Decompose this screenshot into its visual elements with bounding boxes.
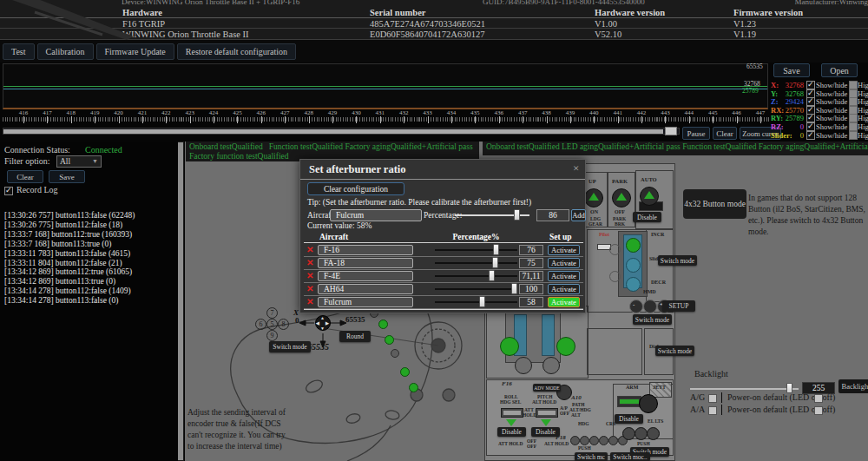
row-slider-handle[interactable]	[489, 270, 495, 281]
activate-button[interactable]: Activate	[548, 271, 580, 281]
pause-button[interactable]: Pause	[682, 127, 710, 140]
open-curve-button[interactable]: Open	[821, 63, 858, 77]
disable-button[interactable]: Disable	[633, 212, 661, 222]
row-slider-handle[interactable]	[511, 283, 517, 294]
close-icon[interactable]: ×	[573, 161, 579, 175]
clear-chart-button[interactable]: Clear	[713, 127, 737, 140]
switch-mode-button[interactable]: Switch mode	[655, 346, 694, 356]
x-tick-label: 421	[138, 109, 148, 116]
clear-configuration-button[interactable]: Clear configuration	[307, 182, 404, 195]
percentage-value-field[interactable]: 76	[519, 245, 543, 255]
backlight-slider-track[interactable]	[690, 388, 799, 390]
tab-calibration[interactable]: Calibration	[37, 43, 94, 60]
disable-button[interactable]: Disable	[497, 427, 526, 437]
highlight-checkbox[interactable]	[849, 81, 858, 89]
row-slider-handle[interactable]	[493, 244, 499, 255]
disable-button[interactable]: Disable	[531, 427, 560, 437]
aircraft-name-field[interactable]: FA-18	[318, 258, 413, 268]
chart-scrollbar-thumb[interactable]	[3, 129, 663, 134]
diagram-label: ALT	[571, 413, 581, 418]
delete-row-icon[interactable]: ✕	[306, 285, 313, 293]
show-hide-checkbox[interactable]	[806, 131, 815, 140]
chart-scrollbar-handle[interactable]	[665, 127, 677, 135]
switch-mode-button[interactable]: Switch mode	[269, 341, 311, 352]
delete-row-icon[interactable]: ✕	[306, 298, 313, 306]
slider-channel	[542, 314, 555, 356]
x-tick	[285, 116, 286, 123]
activate-button[interactable]: Activate	[548, 284, 580, 294]
percentage-input[interactable]: 86	[536, 209, 569, 221]
aa-checkbox[interactable]	[708, 406, 717, 415]
switch-mode-button[interactable]: Switch mode	[633, 314, 672, 325]
record-log-checkbox[interactable]	[4, 187, 13, 195]
tab-test[interactable]: Test	[3, 43, 35, 60]
ag-checkbox[interactable]	[708, 394, 717, 403]
x-tick	[356, 116, 357, 123]
aa-power-default-checkbox[interactable]	[814, 406, 823, 415]
highlight-checkbox[interactable]	[849, 131, 858, 140]
add-button[interactable]: Add	[571, 209, 586, 221]
percentage-value-field[interactable]: 100	[519, 284, 543, 294]
disable-button[interactable]: Disable	[615, 414, 643, 424]
round-button[interactable]: Round	[339, 331, 371, 342]
indicator-dot	[391, 349, 399, 358]
show-hide-label: Show/hide	[816, 81, 847, 89]
percentage-value-field[interactable]: 58	[519, 297, 543, 307]
show-hide-label: Show/hide	[816, 114, 847, 122]
highlight-checkbox[interactable]	[849, 114, 858, 122]
indicator-dot	[570, 436, 580, 445]
filter-select[interactable]: All ▼	[56, 155, 102, 168]
tab-restore-default-configuration[interactable]: Restore default configuration	[177, 43, 296, 60]
aircraft-name-field[interactable]: F-16	[318, 245, 413, 255]
row-slider-track[interactable]	[435, 301, 517, 303]
highlight-checkbox[interactable]	[849, 89, 858, 98]
log-clear-button[interactable]: Clear	[7, 170, 43, 183]
afterburner-row-f-16: ✕F-1676Activate	[304, 244, 583, 257]
tab-firmware-update[interactable]: Firmware Update	[96, 43, 174, 60]
save-curve-button[interactable]: Save	[773, 63, 810, 77]
switch-moc-button[interactable]: Switch moc..	[610, 452, 650, 461]
x-tick	[499, 116, 500, 123]
ag-power-default-checkbox[interactable]	[814, 394, 823, 403]
x-tick	[665, 116, 666, 123]
sidebar-scrollbar-thumb[interactable]	[178, 142, 183, 460]
x-tick-label: 447	[756, 109, 766, 116]
highlight-checkbox[interactable]	[849, 97, 858, 106]
4x32-button-mode-button[interactable]: 4x32 Button mode	[683, 189, 746, 219]
aircraft-name-field[interactable]: Fulcrum	[318, 297, 413, 307]
rocker-switch	[501, 408, 523, 418]
x-tick-label: 418	[67, 109, 76, 116]
percentage-slider-handle[interactable]	[514, 209, 520, 221]
row-slider-track[interactable]	[435, 249, 517, 251]
backlight-label: Backlight	[694, 369, 728, 379]
row-slider-handle[interactable]	[479, 296, 485, 307]
setup-button[interactable]: SETUP	[662, 300, 695, 312]
percentage-value-field[interactable]: 75	[519, 258, 543, 268]
delete-row-icon[interactable]: ✕	[306, 272, 313, 280]
record-log-label: Record Log	[16, 185, 58, 194]
delete-row-icon[interactable]: ✕	[306, 259, 313, 267]
switch-mc-button[interactable]: Switch mc	[575, 452, 608, 461]
aircraft-name-field[interactable]: F-4E	[318, 271, 413, 281]
row-slider-track[interactable]	[435, 275, 517, 277]
activate-button[interactable]: Activate	[548, 258, 580, 268]
x-tick	[570, 116, 571, 123]
log-save-button[interactable]: Save	[49, 170, 85, 183]
column-header-firmware-version: Firmware version	[733, 8, 803, 17]
highlight-checkbox[interactable]	[849, 106, 858, 115]
highlight-label: Highlight	[858, 89, 868, 98]
aircraft-input[interactable]: Fulcrum	[330, 209, 422, 221]
switch-mode-button[interactable]: Switch mode	[658, 255, 697, 266]
delete-row-icon[interactable]: ✕	[306, 246, 313, 254]
highlight-checkbox[interactable]	[849, 122, 858, 131]
percentage-value-field[interactable]: 71,11	[519, 271, 543, 281]
activate-button[interactable]: Activate	[548, 245, 580, 255]
x-tick	[475, 116, 476, 123]
connection-status-label: Connection Status:	[4, 145, 70, 155]
row-slider-track[interactable]	[435, 288, 517, 290]
activate-button[interactable]: Activate	[548, 297, 580, 307]
backlight-button[interactable]: Backlight	[838, 379, 868, 393]
aircraft-name-field[interactable]: AH64	[318, 284, 413, 294]
row-slider-track[interactable]	[435, 262, 517, 264]
row-slider-handle[interactable]	[492, 257, 498, 268]
